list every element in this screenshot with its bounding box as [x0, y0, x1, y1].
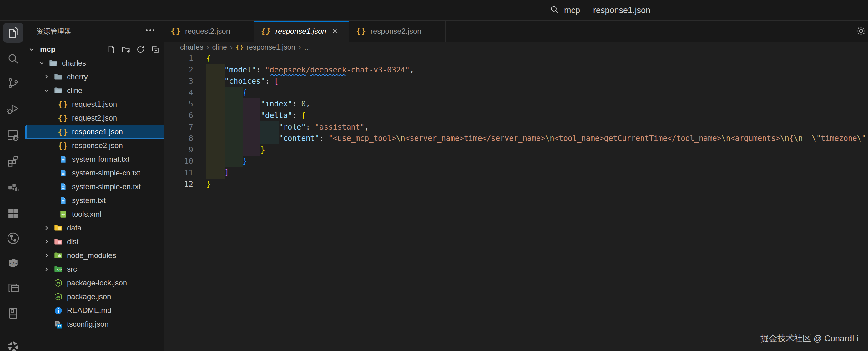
tab-request2.json[interactable]: {}request2.json	[164, 21, 254, 41]
code-line-10[interactable]: 10 }	[164, 155, 868, 167]
readme-icon	[54, 306, 63, 315]
activity-item-ext-shutter[interactable]	[0, 335, 26, 351]
breadcrumb-label: cline	[212, 43, 227, 51]
code-line-5[interactable]: 5 "index": 0,	[164, 98, 868, 110]
tree-item-label: src	[67, 265, 77, 274]
code-line-7[interactable]: 7 "role": "assistant",	[164, 121, 868, 133]
tree-item-system-simple-en-txt[interactable]: system-simple-en.txt	[26, 180, 164, 194]
code-line-4[interactable]: 4 {	[164, 87, 868, 99]
code-line-11[interactable]: 11 ]	[164, 167, 868, 179]
chevron-down-icon	[43, 87, 54, 94]
json-icon: {}	[59, 128, 68, 137]
tree-item-system-format-txt[interactable]: system-format.txt	[26, 152, 164, 166]
collapse-all-icon[interactable]	[151, 45, 159, 54]
sidebar-header: 资源管理器	[26, 21, 164, 42]
breadcrumb-item-[interactable]: …	[304, 43, 311, 51]
activity-item-ext-windows[interactable]	[0, 276, 26, 301]
run-debug-icon	[6, 102, 20, 117]
json-file-icon: {}	[356, 27, 367, 36]
command-center[interactable]: mcp — response1.json	[550, 0, 650, 21]
tree-item-package-lock-json[interactable]: JSpackage-lock.json	[26, 276, 164, 290]
svg-text:</>: </>	[9, 261, 17, 266]
activity-item-ext-grid[interactable]	[0, 202, 26, 226]
title-bar: mcp — response1.json	[0, 0, 868, 21]
code-text: "role": "assistant",	[206, 121, 369, 133]
more-actions-icon[interactable]	[146, 29, 154, 31]
line-number: 9	[164, 144, 193, 156]
section-header-mcp[interactable]: mcp	[26, 42, 164, 56]
activity-item-ext-git-graph[interactable]	[0, 226, 26, 251]
activity-item-extensions[interactable]	[0, 149, 26, 174]
tree-item-tools-xml[interactable]: <>tools.xml	[26, 207, 164, 221]
folder-icon	[54, 72, 63, 81]
new-folder-icon[interactable]	[122, 45, 130, 54]
code-line-2[interactable]: 2 "model": "deepseek/deepseek-chat-v3-03…	[164, 64, 868, 76]
code-line-9[interactable]: 9 }	[164, 144, 868, 156]
tree-item-label: cherry	[67, 72, 88, 81]
json-icon: {}	[59, 100, 68, 109]
activity-item-ext-server[interactable]	[0, 301, 26, 326]
tab-response2.json[interactable]: {}response2.json	[349, 21, 445, 41]
tree-item-charles[interactable]: charles	[26, 56, 164, 70]
breadcrumb-item-cline[interactable]: cline	[212, 43, 227, 51]
code-editor[interactable]: 1{2 "model": "deepseek/deepseek-chat-v3-…	[164, 53, 868, 351]
tree-item-tsconfig-json[interactable]: TStsconfig.json	[26, 317, 164, 331]
tree-item-package-json[interactable]: JSpackage.json	[26, 290, 164, 304]
gear-icon[interactable]	[856, 25, 867, 37]
tree-item-node_modules[interactable]: node_modules	[26, 249, 164, 262]
window-title: mcp — response1.json	[564, 6, 650, 15]
activity-item-search[interactable]	[0, 47, 26, 72]
code-text: ]	[206, 167, 229, 179]
tree-item-label: tsconfig.json	[67, 320, 108, 328]
line-number: 6	[164, 110, 193, 121]
tree-item-cherry[interactable]: cherry	[26, 70, 164, 84]
folder-data-icon	[54, 223, 63, 232]
code-line-12[interactable]: 12}	[164, 179, 868, 190]
activity-item-explorer[interactable]	[0, 21, 26, 45]
nodejs-icon: JS	[54, 292, 63, 301]
activity-item-ext-code-box[interactable]: </>	[0, 251, 26, 276]
code-text: }	[206, 155, 247, 167]
new-file-icon[interactable]	[107, 45, 115, 54]
chevron-right-icon	[43, 224, 54, 232]
folder-dist-icon	[54, 237, 63, 246]
breadcrumb-item-charles[interactable]: charles	[180, 43, 203, 51]
code-line-6[interactable]: 6 "delta": {	[164, 110, 868, 121]
refresh-icon[interactable]	[136, 45, 145, 54]
breadcrumb-label: response1.json	[246, 43, 295, 51]
tree-item-README-md[interactable]: README.md	[26, 304, 164, 317]
activity-item-run-debug[interactable]	[0, 97, 26, 122]
code-line-1[interactable]: 1{	[164, 53, 868, 64]
code-line-3[interactable]: 3 "choices": [	[164, 76, 868, 87]
folder-node-icon	[54, 251, 63, 260]
txt-icon	[59, 197, 68, 205]
activity-item-remote-explorer[interactable]	[0, 123, 26, 148]
tree-item-system-simple-cn-txt[interactable]: system-simple-cn.txt	[26, 166, 164, 180]
tree-item-data[interactable]: data	[26, 221, 164, 235]
tsconfig-icon: TS	[54, 320, 63, 328]
tree-item-label: package-lock.json	[67, 279, 127, 287]
tab-label: response2.json	[371, 27, 422, 36]
tree-item-request1-json[interactable]: {}request1.json	[26, 98, 164, 111]
code-text: "choices": [	[206, 76, 279, 87]
tree-item-label: tools.xml	[72, 210, 102, 219]
tree-item-request2-json[interactable]: {}request2.json	[26, 111, 164, 125]
close-icon[interactable]	[332, 28, 338, 35]
tree-item-cline[interactable]: cline	[26, 84, 164, 98]
tree-item-src[interactable]: </>src	[26, 262, 164, 276]
breadcrumb-item-response1.json[interactable]: {}response1.json	[236, 43, 295, 51]
tab-response1.json[interactable]: {}response1.json	[254, 21, 349, 41]
activity-bar: </>	[0, 21, 26, 351]
tree-item-label: charles	[62, 59, 86, 67]
tree-item-label: response1.json	[72, 128, 123, 136]
activity-item-source-control[interactable]	[0, 71, 26, 96]
activity-item-ext-monitor-blocks[interactable]	[0, 176, 26, 201]
code-text: "content": "<use_mcp_tool>\n<server_name…	[206, 133, 868, 144]
tree-item-system-txt[interactable]: system.txt	[26, 194, 164, 207]
tree-item-dist[interactable]: dist	[26, 235, 164, 249]
code-line-8[interactable]: 8 "content": "<use_mcp_tool>\n<server_na…	[164, 133, 868, 144]
tree-item-response2-json[interactable]: {}response2.json	[26, 139, 164, 152]
section-label: mcp	[40, 45, 55, 54]
code-text: {	[206, 87, 247, 99]
tree-item-response1-json[interactable]: {}response1.json	[26, 125, 164, 139]
